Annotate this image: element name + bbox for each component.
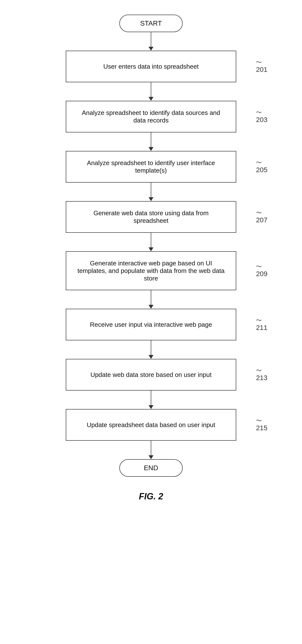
node-201-text: User enters data into spreadsheet xyxy=(103,63,199,70)
node-203-wrapper: Analyze spreadsheet to identify data sou… xyxy=(66,101,236,132)
node-213: Update web data store based on user inpu… xyxy=(66,359,236,390)
connector-8 xyxy=(151,390,151,405)
flowchart-diagram: START User enters data into spreadsheet … xyxy=(0,0,302,521)
connector-4 xyxy=(151,182,151,197)
node-209-wrapper: Generate interactive web page based on U… xyxy=(66,251,236,290)
arrow-4 xyxy=(148,197,154,201)
node-207-wrapper: Generate web data store using data from … xyxy=(66,201,236,233)
node-209-ref: 〜 209 xyxy=(256,264,268,278)
node-209-text: Generate interactive web page based on U… xyxy=(76,260,226,282)
node-215-wrapper: Update spreadsheet data based on user in… xyxy=(66,409,236,441)
end-node: END xyxy=(119,459,183,477)
start-label: START xyxy=(140,20,162,27)
node-203: Analyze spreadsheet to identify data sou… xyxy=(66,101,236,132)
node-211-text: Receive user input via interactive web p… xyxy=(90,321,212,328)
node-201: User enters data into spreadsheet 〜 201 xyxy=(66,51,236,82)
node-201-ref: 〜 201 xyxy=(256,60,268,74)
arrow-6 xyxy=(148,305,154,309)
arrow-5 xyxy=(148,247,154,251)
node-215-ref: 〜 215 xyxy=(256,418,268,432)
node-211-ref: 〜 211 xyxy=(256,318,268,332)
node-203-text: Analyze spreadsheet to identify data sou… xyxy=(76,109,226,124)
arrow-1 xyxy=(148,47,154,51)
node-205-ref: 〜 205 xyxy=(256,160,268,174)
arrow-2 xyxy=(148,97,154,101)
node-215: Update spreadsheet data based on user in… xyxy=(66,409,236,441)
node-205: Analyze spreadsheet to identify user int… xyxy=(66,151,236,182)
node-215-text: Update spreadsheet data based on user in… xyxy=(87,421,215,429)
arrow-7 xyxy=(148,355,154,359)
node-213-text: Update web data store based on user inpu… xyxy=(90,371,212,378)
connector-5 xyxy=(151,233,151,247)
node-207-text: Generate web data store using data from … xyxy=(76,210,226,224)
connector-1 xyxy=(151,32,151,47)
node-211: Receive user input via interactive web p… xyxy=(66,309,236,340)
arrow-9 xyxy=(148,455,154,459)
node-203-ref: 〜 203 xyxy=(256,110,268,124)
node-211-wrapper: Receive user input via interactive web p… xyxy=(66,309,236,340)
end-label: END xyxy=(144,464,158,472)
connector-3 xyxy=(151,132,151,147)
node-209: Generate interactive web page based on U… xyxy=(66,251,236,290)
node-213-ref: 〜 213 xyxy=(256,368,268,382)
connector-7 xyxy=(151,340,151,355)
connector-6 xyxy=(151,290,151,305)
node-207-ref: 〜 207 xyxy=(256,210,268,224)
node-205-text: Analyze spreadsheet to identify user int… xyxy=(76,159,226,174)
connector-9 xyxy=(151,441,151,455)
node-205-wrapper: Analyze spreadsheet to identify user int… xyxy=(66,151,236,182)
arrow-8 xyxy=(148,405,154,409)
start-node: START xyxy=(119,14,183,32)
arrow-3 xyxy=(148,147,154,151)
end-terminal: END xyxy=(119,459,183,477)
start-terminal: START xyxy=(119,14,183,32)
node-207: Generate web data store using data from … xyxy=(66,201,236,233)
node-201-wrapper: User enters data into spreadsheet 〜 201 xyxy=(66,51,236,82)
connector-2 xyxy=(151,82,151,97)
node-213-wrapper: Update web data store based on user inpu… xyxy=(66,359,236,390)
figure-caption: FIG. 2 xyxy=(139,491,163,502)
